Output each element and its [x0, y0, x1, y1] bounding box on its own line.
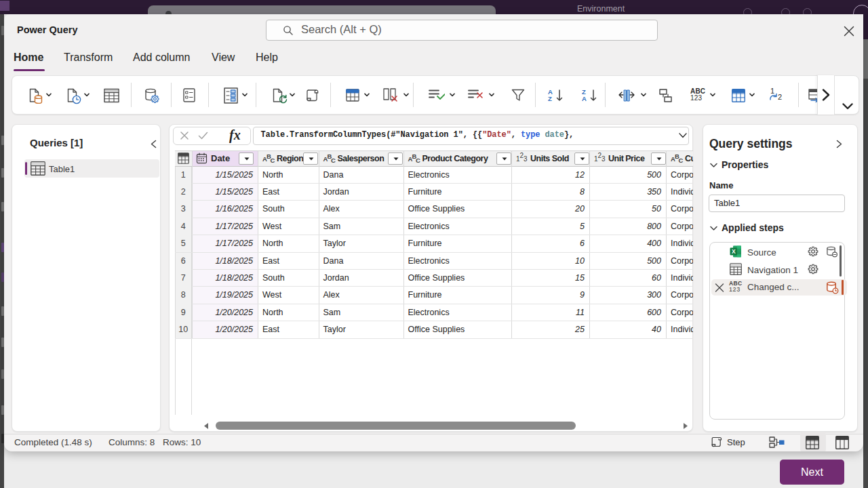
- svg-text:X: X: [732, 248, 736, 255]
